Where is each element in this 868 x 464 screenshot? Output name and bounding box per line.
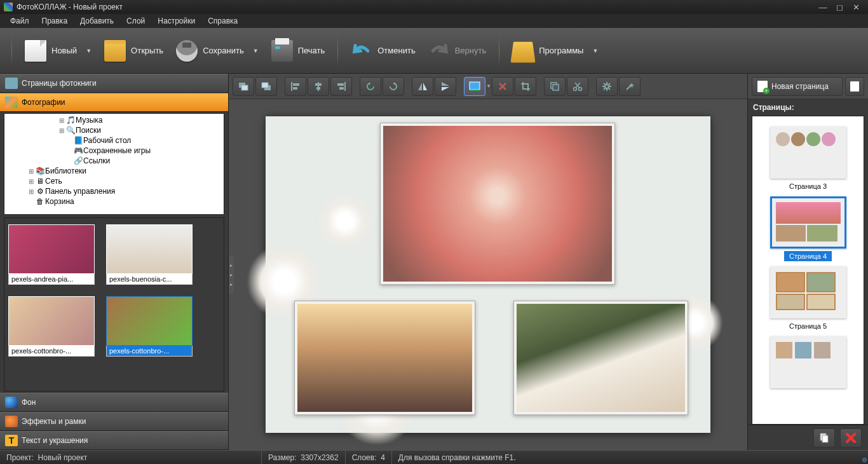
tree-item[interactable]: ⊞⚙Панель управления (4, 186, 224, 196)
tree-item[interactable]: 📘Рабочий стол (4, 135, 224, 146)
menu-bar: Файл Правка Добавить Слой Настройки Спра… (0, 14, 868, 28)
folder-tree[interactable]: ⊞🎵Музыка⊞🔍Поиски📘Рабочий стол🎮Сохраненны… (4, 113, 224, 215)
thumbnail[interactable]: pexels-andrea-pia... (8, 224, 95, 285)
text-icon (5, 435, 18, 446)
open-button[interactable]: Открыть (98, 36, 170, 65)
status-size-value: 3307x2362 (301, 453, 338, 462)
delete-page-button[interactable] (840, 428, 862, 447)
svg-rect-21 (822, 435, 828, 442)
menu-settings[interactable]: Настройки (151, 15, 201, 27)
menu-layer[interactable]: Слой (120, 15, 151, 27)
tree-item[interactable]: 🗑Корзина (4, 196, 224, 207)
new-page-button[interactable]: Новая страница (752, 77, 843, 96)
menu-add[interactable]: Добавить (74, 15, 120, 27)
accordion-text[interactable]: Текст и украшения (0, 431, 228, 450)
programs-button[interactable]: Программы▼ (506, 36, 604, 65)
window-title: ФотоКОЛЛАЖ - Новый проект (17, 3, 123, 11)
photo-layer[interactable] (513, 301, 688, 415)
menu-file[interactable]: Файл (4, 15, 36, 27)
menu-edit[interactable]: Правка (36, 15, 74, 27)
flip-v-button[interactable] (435, 77, 456, 96)
new-button[interactable]: Новый▼ (18, 36, 98, 65)
status-layers-key: Слоев: (352, 453, 377, 462)
align-left-button[interactable] (285, 77, 306, 96)
status-bar: Проект: Новый проект Размер: 3307x2362 С… (0, 450, 868, 464)
tree-item[interactable]: 🔗Ссылки (4, 156, 224, 166)
pages-icon (5, 78, 18, 89)
expand-handle[interactable]: ▸▸▸ (229, 256, 234, 294)
accordion-effects[interactable]: Эффекты и рамки (0, 412, 228, 431)
open-icon (104, 40, 126, 62)
pages-heading: Страницы: (748, 99, 868, 116)
svg-rect-1 (241, 85, 248, 90)
status-size-key: Размер: (268, 453, 297, 462)
tree-item[interactable]: 🎮Сохраненные игры (4, 146, 224, 156)
photo-layer[interactable] (294, 301, 475, 415)
svg-rect-3 (262, 83, 268, 88)
accordion-pages[interactable]: Страницы фотокниги (0, 74, 228, 93)
svg-rect-9 (316, 87, 320, 90)
rotate-right-button[interactable] (383, 77, 404, 96)
page-settings-button[interactable]: ⚙ (845, 77, 864, 96)
thumbnail[interactable]: pexels-cottonbro-... (106, 296, 193, 357)
svg-rect-10 (344, 82, 346, 91)
minimize-button[interactable]: — (815, 3, 831, 12)
canvas-area[interactable]: ▸▸▸ (229, 99, 747, 450)
send-back-button[interactable] (255, 77, 277, 96)
svg-rect-12 (339, 87, 344, 90)
svg-rect-5 (293, 83, 299, 86)
tree-item[interactable]: ⊞🎵Музыка (4, 115, 224, 125)
print-icon (271, 40, 293, 62)
photos-icon (5, 97, 18, 108)
rotate-left-button[interactable] (360, 77, 381, 96)
accordion-photos[interactable]: Фотографии (0, 93, 228, 112)
thumbnail[interactable]: pexels-buenosia-c... (106, 224, 193, 285)
wand-button[interactable] (619, 77, 641, 96)
bring-front-button[interactable] (233, 77, 254, 96)
undo-button[interactable]: Отменить (344, 36, 421, 65)
title-bar: ФотоКОЛЛАЖ - Новый проект — ◻ ✕ (0, 0, 868, 14)
svg-rect-16 (553, 85, 559, 90)
right-panel: Новая страница ⚙ Страницы: Страница 3Стр… (747, 74, 868, 450)
redo-icon (428, 40, 450, 62)
tree-item[interactable]: ⊞📚Библиотеки (4, 166, 224, 176)
main-toolbar: Новый▼ Открыть Сохранить▼ Печать Отменит… (0, 28, 868, 74)
tree-item[interactable]: ⊞🖥Сеть (4, 176, 224, 186)
page-thumbnail[interactable]: Страница 4 (755, 196, 861, 261)
collage-page[interactable] (266, 116, 710, 433)
thumbnail[interactable]: pexels-cottonbro-... (8, 296, 95, 357)
page-thumbnail[interactable]: Страница 3 (755, 126, 861, 191)
settings-button[interactable] (596, 77, 618, 96)
flip-h-button[interactable] (412, 77, 433, 96)
status-project-key: Проект: (6, 453, 34, 462)
menu-help[interactable]: Справка (201, 15, 244, 27)
fit-page-button[interactable] (464, 77, 485, 96)
page-thumbnail[interactable] (755, 336, 861, 388)
photo-layer[interactable] (380, 123, 615, 285)
new-icon (25, 40, 46, 62)
cut-button[interactable] (567, 77, 588, 96)
new-page-icon (757, 81, 768, 92)
svg-rect-6 (293, 87, 297, 90)
save-button[interactable]: Сохранить▼ (170, 36, 265, 65)
align-center-button[interactable] (308, 77, 329, 96)
svg-rect-13 (470, 82, 480, 90)
redo-button[interactable]: Вернуть (422, 36, 493, 65)
programs-icon (511, 41, 536, 62)
photo-thumbnails: pexels-andrea-pia...pexels-buenosia-c...… (4, 217, 224, 392)
svg-rect-14 (470, 90, 480, 91)
copy-button[interactable] (544, 77, 566, 96)
fit-dropdown[interactable]: ▼ (487, 77, 491, 96)
close-button[interactable]: ✕ (848, 3, 864, 12)
align-right-button[interactable] (330, 77, 352, 96)
delete-button[interactable] (492, 77, 513, 96)
page-settings-icon (850, 81, 859, 92)
tree-item[interactable]: ⊞🔍Поиски (4, 125, 224, 135)
print-button[interactable]: Печать (265, 36, 332, 65)
maximize-button[interactable]: ◻ (831, 3, 848, 12)
accordion-background[interactable]: Фон (0, 393, 228, 412)
crop-button[interactable] (515, 77, 536, 96)
duplicate-page-button[interactable] (813, 428, 835, 447)
save-icon (176, 40, 198, 62)
page-thumbnail[interactable]: Страница 5 (755, 266, 861, 331)
